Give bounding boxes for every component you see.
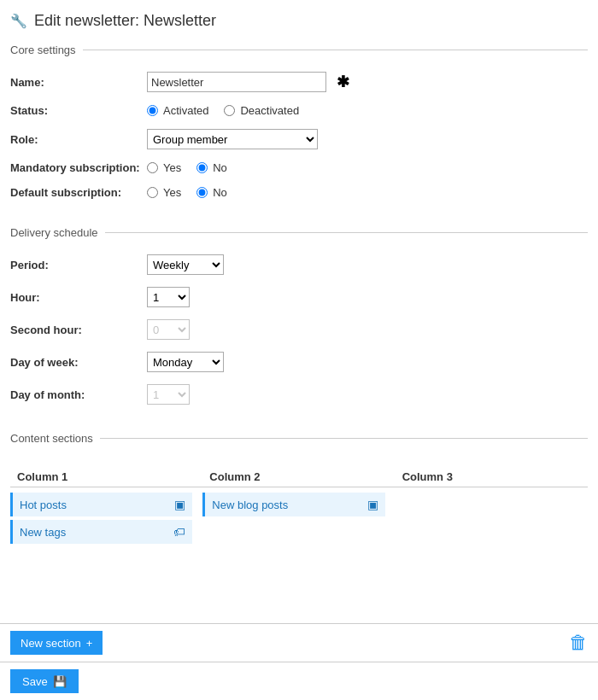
new-blog-posts-text: New blog posts — [212, 499, 288, 511]
save-label: Save — [22, 675, 48, 688]
default-no-label[interactable]: No — [196, 186, 227, 199]
mandatory-yes-text: Yes — [163, 161, 181, 174]
delivery-schedule-form: Period: Weekly Daily Monthly Hour: 1 2 3… — [0, 251, 598, 427]
wrench-icon: 🔧 — [10, 13, 27, 29]
delivery-schedule-header: Delivery schedule — [0, 221, 598, 244]
period-select[interactable]: Weekly Daily Monthly — [147, 254, 224, 275]
role-select[interactable]: Group member — [147, 129, 318, 149]
column-3-header: Column 3 — [396, 467, 588, 487]
name-label: Name: — [10, 76, 147, 89]
list-item[interactable]: New blog posts ▣ — [202, 493, 384, 516]
status-deactivated-label[interactable]: Deactivated — [224, 104, 299, 117]
day-of-month-select[interactable]: 1 — [147, 384, 190, 405]
hour-control: 1 2 3 — [147, 287, 190, 307]
hour-row: Hour: 1 2 3 — [10, 287, 588, 307]
mandatory-no-text: No — [213, 161, 227, 174]
list-item[interactable]: Hot posts ▣ — [10, 493, 192, 516]
status-control: Activated Deactivated — [147, 104, 308, 117]
status-activated-text: Activated — [163, 104, 208, 117]
required-star: ✱ — [337, 73, 349, 91]
day-of-week-label: Day of week: — [10, 356, 147, 369]
day-of-month-control: 1 — [147, 384, 190, 405]
bottom-area: New section + 🗑 Save 💾 — [0, 623, 598, 700]
content-sections-header: Content sections — [0, 427, 598, 450]
mandatory-no-label[interactable]: No — [196, 161, 227, 174]
save-icon: 💾 — [53, 675, 67, 688]
role-label: Role: — [10, 133, 147, 146]
day-of-month-label: Day of month: — [10, 388, 147, 401]
hot-posts-text: Hot posts — [20, 499, 67, 511]
day-of-month-row: Day of month: 1 — [10, 384, 588, 405]
column-1: Column 1 Hot posts ▣ New tags 🏷 — [10, 467, 202, 547]
status-label: Status: — [10, 104, 147, 117]
default-row: Default subscription: Yes No — [10, 186, 588, 199]
new-tags-text: New tags — [20, 526, 66, 539]
new-tags-icon: 🏷 — [173, 525, 185, 539]
default-label: Default subscription: — [10, 186, 147, 199]
mandatory-yes-label[interactable]: Yes — [147, 161, 181, 174]
status-activated-radio[interactable] — [147, 105, 158, 116]
role-control: Group member — [147, 129, 318, 149]
trash-icon[interactable]: 🗑 — [569, 632, 588, 654]
name-row: Name: ✱ — [10, 72, 588, 92]
mandatory-control: Yes No — [147, 161, 236, 174]
default-yes-text: Yes — [163, 186, 181, 199]
column-3: Column 3 — [396, 467, 588, 547]
name-control: ✱ — [147, 72, 349, 92]
default-control: Yes No — [147, 186, 236, 199]
period-row: Period: Weekly Daily Monthly — [10, 254, 588, 275]
second-hour-control: 0 — [147, 319, 190, 340]
role-row: Role: Group member — [10, 129, 588, 149]
day-of-week-row: Day of week: Monday Tuesday Wednesday Th… — [10, 352, 588, 372]
period-label: Period: — [10, 259, 147, 271]
day-of-week-control: Monday Tuesday Wednesday Thursday Friday… — [147, 352, 224, 372]
columns-container: Column 1 Hot posts ▣ New tags 🏷 Column 2… — [10, 467, 588, 547]
mandatory-no-radio[interactable] — [196, 162, 208, 173]
mandatory-row: Mandatory subscription: Yes No — [10, 161, 588, 174]
page-title: 🔧 Edit newsletter: Newsletter — [0, 0, 598, 38]
status-deactivated-text: Deactivated — [240, 104, 299, 117]
core-settings-header: Core settings — [0, 38, 598, 61]
column-1-header: Column 1 — [10, 467, 202, 487]
name-input[interactable] — [147, 72, 326, 92]
column-2: Column 2 New blog posts ▣ — [202, 467, 395, 547]
new-section-plus-icon: + — [86, 637, 93, 650]
day-of-week-select[interactable]: Monday Tuesday Wednesday Thursday Friday… — [147, 352, 224, 372]
hour-label: Hour: — [10, 291, 147, 304]
hour-select[interactable]: 1 2 3 — [147, 287, 190, 307]
column-2-header: Column 2 — [202, 467, 395, 487]
status-activated-label[interactable]: Activated — [147, 104, 208, 117]
status-deactivated-radio[interactable] — [224, 105, 235, 116]
new-section-label: New section — [21, 637, 81, 650]
default-yes-label[interactable]: Yes — [147, 186, 181, 199]
default-no-radio[interactable] — [196, 187, 208, 198]
second-hour-select[interactable]: 0 — [147, 319, 190, 340]
second-hour-row: Second hour: 0 — [10, 319, 588, 340]
core-settings-form: Name: ✱ Status: Activated Deactivated Ro… — [0, 68, 598, 221]
mandatory-label: Mandatory subscription: — [10, 161, 147, 174]
period-control: Weekly Daily Monthly — [147, 254, 224, 275]
hot-posts-icon: ▣ — [174, 498, 185, 511]
second-hour-label: Second hour: — [10, 324, 147, 336]
new-blog-posts-icon: ▣ — [367, 498, 378, 511]
list-item[interactable]: New tags 🏷 — [10, 520, 192, 544]
new-section-button[interactable]: New section + — [10, 631, 103, 655]
save-button[interactable]: Save 💾 — [10, 669, 79, 693]
default-no-text: No — [213, 186, 227, 199]
mandatory-yes-radio[interactable] — [147, 162, 158, 173]
default-yes-radio[interactable] — [147, 187, 158, 198]
content-sections-area: Column 1 Hot posts ▣ New tags 🏷 Column 2… — [0, 457, 598, 551]
status-row: Status: Activated Deactivated — [10, 104, 588, 117]
